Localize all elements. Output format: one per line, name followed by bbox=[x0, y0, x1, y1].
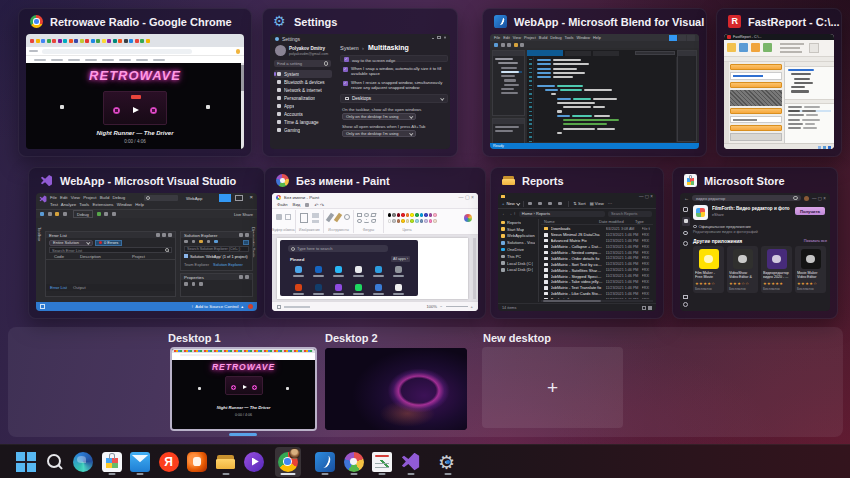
track-time: 0:00 / 4:06 bbox=[26, 139, 244, 144]
edge-icon[interactable] bbox=[70, 447, 96, 477]
visualstudio-icon[interactable] bbox=[398, 447, 424, 477]
palette-color bbox=[388, 213, 392, 217]
blend-code-editor bbox=[527, 50, 679, 142]
window-card-settings[interactable]: Settings Settings Polyakov Dmitry polyak… bbox=[262, 8, 458, 157]
tab-favicon bbox=[146, 39, 150, 43]
window-card-store[interactable]: Microsoft Store ← видео редактор — ▢ × bbox=[672, 167, 838, 319]
folder-icon bbox=[501, 261, 505, 265]
breadcrumb-page: Multitasking bbox=[368, 44, 409, 51]
chevron-down-icon bbox=[409, 115, 413, 119]
column-headers: Name Date modified Type Size bbox=[541, 219, 653, 225]
file-icon bbox=[544, 251, 548, 255]
start-button[interactable] bbox=[13, 447, 39, 477]
window-card-title: Retrowave Radio - Google Chrome bbox=[19, 9, 251, 34]
vs-logo bbox=[39, 195, 47, 203]
office-icon[interactable] bbox=[184, 447, 210, 477]
window-card-paint[interactable]: Без имени - Paint Без имени - Paint — ▢ … bbox=[264, 167, 486, 319]
explorer-window-thumbnail: — ▢ × +New ⇅ Sort ▤ View ··· ← → ↑ Home … bbox=[498, 193, 656, 311]
nav-folder-item: Start Map bbox=[498, 226, 538, 233]
account-email: polyakovdm@gmail.com bbox=[289, 52, 328, 56]
settings-icon[interactable] bbox=[435, 447, 461, 477]
chrome-address-bar bbox=[26, 47, 244, 56]
explorer-nav: Reports Start Map WebApplication bbox=[498, 219, 539, 302]
pinned-app-icon bbox=[395, 284, 402, 291]
nav-item-icon bbox=[277, 80, 281, 84]
explorer-statusbar: 14 items bbox=[498, 303, 656, 311]
window-title-text: WebApp - Microsoft Visual Studio bbox=[60, 175, 236, 187]
properties-panel: Properties bbox=[180, 273, 253, 297]
new-desktop-button[interactable]: + bbox=[482, 347, 623, 428]
task-view-screen: Retrowave Radio - Google Chrome RETROWAV… bbox=[0, 0, 850, 478]
desktop-2-wallpaper bbox=[325, 348, 467, 430]
yandex-icon[interactable] bbox=[156, 447, 182, 477]
tab-favicon bbox=[140, 39, 144, 43]
running-indicator bbox=[280, 473, 295, 475]
desktop-2-label: Desktop 2 bbox=[325, 332, 378, 344]
explorer-icon[interactable] bbox=[213, 447, 239, 477]
settings-nav-item: Network & internet bbox=[274, 86, 332, 94]
visualstudio-icon bbox=[40, 174, 53, 187]
snap-check-2: ✓ When I resize a snapped window, simult… bbox=[340, 80, 448, 91]
avatar bbox=[275, 45, 286, 56]
palette-color bbox=[415, 219, 419, 223]
window-card-visualstudio[interactable]: WebApp - Microsoft Visual Studio File Ed… bbox=[28, 167, 265, 319]
palette-color bbox=[406, 219, 410, 223]
rating-stars: ★★★★★ bbox=[763, 281, 783, 286]
chrome-icon[interactable] bbox=[275, 447, 301, 477]
pinned-app-icon bbox=[295, 266, 302, 273]
pinned-app-icon bbox=[315, 266, 322, 273]
window-card-title: Без имени - Paint bbox=[265, 168, 485, 193]
search-button[interactable] bbox=[42, 447, 68, 477]
paint-statusbar: 100%−+ bbox=[272, 301, 478, 311]
window-card-chrome[interactable]: Retrowave Radio - Google Chrome RETROWAV… bbox=[18, 8, 252, 157]
fastreport-ribbon bbox=[724, 40, 834, 57]
window-card-fastreport[interactable]: FastReport - C:\... FastReport - C:\... bbox=[716, 8, 842, 157]
palette-color bbox=[410, 213, 414, 217]
running-indicator bbox=[407, 473, 414, 475]
tab-favicon bbox=[74, 39, 78, 43]
snap-check-1: ✓ When I snap a window, automatically si… bbox=[340, 66, 448, 77]
pinned-app-icon bbox=[355, 266, 362, 273]
store-search-input: видео редактор bbox=[692, 195, 801, 202]
tab-favicon bbox=[80, 39, 84, 43]
search-icon bbox=[146, 196, 150, 200]
nav-item-icon bbox=[277, 112, 281, 116]
folder-icon bbox=[501, 221, 505, 225]
folder-icon bbox=[502, 174, 515, 187]
pinned-app-icon bbox=[355, 284, 362, 291]
rating-stars: ★★★★☆ bbox=[797, 281, 817, 286]
nav-folder-item: Local Disk (C:) bbox=[498, 260, 538, 267]
horizontal-scrollbar bbox=[541, 300, 653, 303]
scrollbar bbox=[241, 63, 244, 149]
report-tree-panel bbox=[784, 62, 834, 143]
store-icon bbox=[684, 174, 697, 187]
palette-color bbox=[392, 213, 396, 217]
fastreport-icon[interactable] bbox=[369, 447, 395, 477]
play-icon bbox=[133, 107, 139, 113]
desktop-1-label: Desktop 1 bbox=[168, 332, 221, 344]
mail-icon[interactable] bbox=[127, 447, 153, 477]
window-card-reports[interactable]: Reports — ▢ × +New ⇅ Sort ▤ View ··· ← →… bbox=[490, 167, 664, 319]
store-icon[interactable] bbox=[99, 447, 125, 477]
settings-window-thumbnail: Settings Polyakov Dmitry polyakovdm@gmai… bbox=[270, 34, 450, 149]
paint-icon[interactable] bbox=[341, 447, 367, 477]
taskbar: РУС 9:31 PM 11/24/2021 bbox=[0, 444, 850, 478]
toolbox-tab: Toolbox bbox=[37, 227, 42, 241]
window-card-blend[interactable]: WebApp - Microsoft Blend for Visual Stud… bbox=[482, 8, 707, 157]
search-input: Search Reports bbox=[608, 211, 652, 217]
desktop-2-thumbnail[interactable] bbox=[325, 348, 467, 430]
paint-canvas-area: Type here to search Pinned All apps › bbox=[272, 235, 478, 301]
snap-partial-row: ✓ way to the screen edge bbox=[340, 55, 448, 62]
vs-window-thumbnail: File Edit View Project Build Debug Test … bbox=[36, 193, 257, 311]
option2-label: Show all open windows when I press Alt+T… bbox=[342, 124, 425, 129]
blend-icon[interactable] bbox=[312, 447, 338, 477]
file-icon bbox=[544, 227, 548, 230]
chrome-window-thumbnail: RETROWAVE Night Runner — The Driver 0:00… bbox=[26, 34, 244, 149]
alisa-icon[interactable] bbox=[241, 447, 267, 477]
palette-color bbox=[401, 213, 405, 217]
file-icon bbox=[544, 257, 548, 261]
store-app-tile: Film Maker - Free Movie Maker, Best... ★… bbox=[693, 246, 724, 293]
see-all-link: Показать все bbox=[804, 239, 827, 243]
running-indicator bbox=[322, 473, 329, 475]
desktop-1-thumbnail[interactable]: RETROWAVE Night Runner — The Driver 0:00… bbox=[170, 347, 317, 431]
